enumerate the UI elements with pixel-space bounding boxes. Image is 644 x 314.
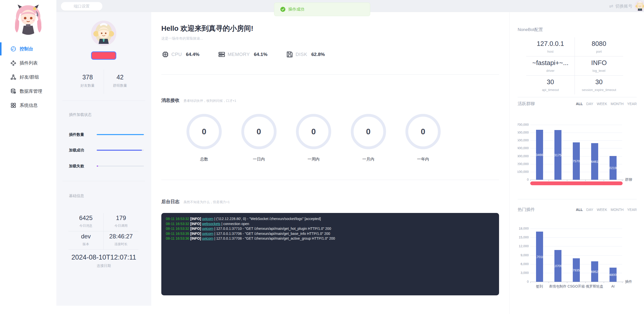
welcome-title: Hello 欢迎来到真寻的小房间! — [161, 24, 253, 33]
x-axis-tick — [585, 282, 586, 283]
plugins-icon — [10, 60, 17, 66]
chart-range-tab-all[interactable]: ALL — [576, 102, 583, 106]
bar: 4800 — [610, 268, 617, 282]
y-axis-tick-label: 300,000 — [518, 154, 529, 158]
log-logger-link[interactable]: uvicorn — [202, 236, 213, 240]
log-logger-link[interactable]: uvicorn — [202, 227, 213, 231]
counter-value: 0 — [366, 127, 371, 136]
account-avatar[interactable] — [634, 1, 644, 12]
system-metrics: CPU64.4%MEMORY64.1%DISK62.8% — [161, 50, 343, 58]
y-axis-tick-label: 12,000 — [518, 244, 529, 248]
y-axis-tick-label: 400,000 — [518, 146, 529, 150]
gridline — [530, 237, 622, 238]
log-message: | ('112.12.228.80', 0) - "WebSocket /zhe… — [213, 217, 321, 221]
bar: 464611 — [591, 143, 598, 180]
welcome-subtitle: 这是一场传奇的冒险旅途... — [161, 36, 203, 41]
hot-plugin-chart-header: 热门插件ALLDAYWEEKMONTHYEAR — [518, 207, 637, 212]
chart-range-tab-day[interactable]: DAY — [586, 102, 593, 106]
x-axis-tick — [604, 180, 604, 181]
message-counter: 0总数 — [186, 114, 222, 162]
x-axis-tick — [622, 282, 622, 283]
sidebar-item-system-info[interactable]: 系统信息 — [0, 98, 56, 112]
config-label: log_level — [575, 69, 623, 73]
sidebar-item-friends-groups[interactable]: 好友/群组 — [0, 70, 56, 84]
metric-value: 62.8% — [311, 52, 325, 57]
main-content: Hello 欢迎来到真寻的小房间! 这是一场传奇的冒险旅途... CPU64.4… — [151, 12, 509, 314]
counter-label: 一日内 — [241, 157, 277, 162]
y-axis-tick-label: 0 — [518, 178, 529, 181]
chart-range-tab-year[interactable]: YEAR — [627, 102, 637, 106]
log-timestamp: 08-11 16:53:36 — [166, 236, 190, 240]
bar-value-label: 302192 — [608, 166, 618, 170]
plugin-status-title: 插件加载状态 — [69, 112, 92, 117]
x-axis-tick — [585, 180, 586, 181]
counter-ring: 0 — [296, 114, 331, 149]
config-label: driver — [526, 69, 575, 73]
bar-value-label: 7935 — [573, 268, 580, 272]
log-console[interactable]: 08-11 16:53:32 [INFO] uvicorn | ('112.12… — [161, 213, 499, 295]
chart-range-tab-month[interactable]: MONTH — [611, 102, 624, 106]
bar: 7935 — [573, 258, 580, 282]
port-settings-button[interactable]: 端口设置 — [61, 2, 102, 11]
cell-label: 今日调用 — [104, 224, 139, 228]
avatar-image — [634, 1, 644, 12]
disk-icon — [286, 50, 294, 58]
base-info-cell: 6425今日消息 — [68, 213, 104, 231]
chart-legend[interactable]: 群聊 — [625, 177, 632, 182]
sidebar-item-console[interactable]: 控制台 — [0, 42, 56, 56]
sidebar-item-database-manage[interactable]: 数据库管理 — [0, 84, 56, 98]
plugin-progress-row: 加载成功 — [69, 148, 144, 153]
counter-label: 一周内 — [296, 157, 331, 162]
cell-value: 6425 — [68, 214, 103, 222]
friends-icon — [10, 74, 17, 80]
bar-value-label: 631756 — [552, 153, 563, 157]
chart-range-tab-all[interactable]: ALL — [576, 208, 583, 212]
metric-memory: MEMORY64.1% — [218, 50, 268, 58]
stat-value: 42 — [104, 74, 136, 81]
bot-stats: 378好友数量42群组数量 — [71, 70, 136, 94]
metric-label: DISK — [296, 52, 307, 57]
y-axis-tick-label: 9,000 — [518, 253, 529, 257]
log-message: | 127.0.0.1:37708 - "GET /zhenxun/api/ma… — [213, 236, 335, 240]
chart-range-tab-week[interactable]: WEEK — [597, 208, 607, 212]
base-info-row: dev版本28:46:27连接时长 — [68, 231, 138, 250]
bar: 6952 — [591, 261, 598, 282]
gridline — [530, 125, 622, 125]
gridline — [530, 133, 622, 133]
log-timestamp: 08-11 16:53:32 — [166, 222, 190, 226]
log-line: 08-11 16:53:36 [INFO] uvicorn | 127.0.0.… — [166, 236, 495, 241]
log-timestamp: 08-11 16:53:32 — [166, 227, 190, 231]
sidebar-item-label: 插件列表 — [20, 60, 38, 66]
log-timestamp: 08-11 16:53:32 — [166, 217, 190, 221]
datazoom-slider[interactable] — [530, 181, 623, 185]
chart-legend[interactable]: 插件 — [625, 279, 632, 284]
stat-value: 378 — [71, 74, 104, 81]
y-axis-tick-label: 200,000 — [518, 162, 529, 166]
counter-label: 总数 — [186, 157, 222, 162]
log-logger-link[interactable]: uvicorn — [202, 217, 213, 221]
chart-range-tab-month[interactable]: MONTH — [611, 208, 624, 212]
message-counter: 0一日内 — [241, 114, 277, 162]
config-label: host — [526, 50, 575, 53]
dashboard-page: 控制台插件列表好友/群组数据库管理系统信息 端口设置 ⇌ 切换账号 — [0, 0, 644, 314]
log-line: 08-11 16:53:32 [INFO] uvicorn | ('112.12… — [166, 216, 495, 222]
metric-cpu: CPU64.4% — [161, 50, 200, 58]
config-value: 127.0.0.1 — [526, 40, 575, 48]
chart-range-tab-year[interactable]: YEAR — [627, 208, 637, 212]
gridline — [530, 255, 622, 256]
switch-account-button[interactable]: ⇌ 切换账号 — [609, 0, 632, 12]
bot-status-button[interactable] — [91, 51, 116, 60]
config-label: session_expire_timeout — [575, 88, 623, 92]
chart-range-tab-week[interactable]: WEEK — [597, 102, 607, 106]
profile-stat: 42群组数量 — [104, 70, 136, 94]
x-axis-category-label: CSGO开箱 — [567, 284, 585, 289]
sidebar-item-plugin-list[interactable]: 插件列表 — [0, 56, 56, 70]
base-info-grid: 6425今日消息179今日调用dev版本28:46:27连接时长 — [68, 213, 138, 250]
x-axis-tick — [622, 180, 622, 181]
mascot-logo-image — [9, 2, 47, 40]
log-logger-link[interactable]: websockets — [202, 222, 220, 226]
chart-range-tab-day[interactable]: DAY — [586, 208, 593, 212]
log-logger-link[interactable]: uvicorn — [202, 232, 213, 236]
database-icon — [10, 88, 17, 95]
config-panel: NoneBot配置 127.0.0.1host8080port~fastapi+… — [509, 12, 644, 314]
